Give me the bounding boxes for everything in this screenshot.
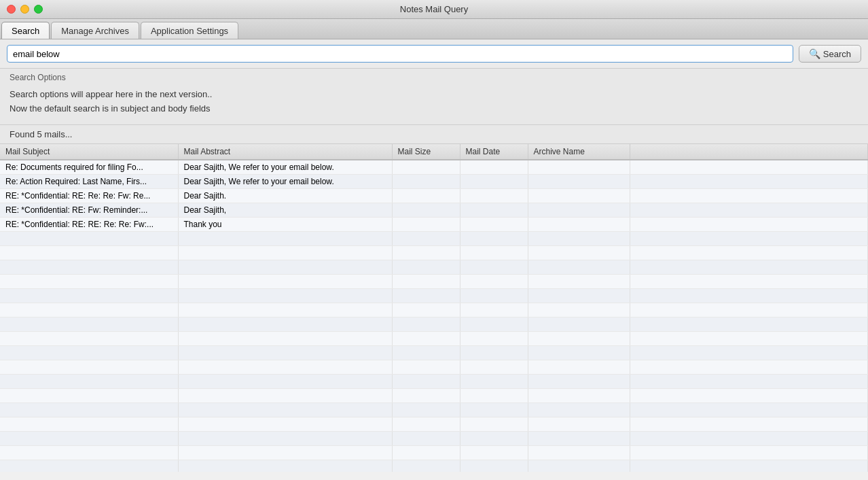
cell-subject-empty: [0, 417, 178, 431]
cell-subject: RE: *Confidential: RE: RE: Re: Re: Fw:..…: [0, 217, 178, 231]
cell-date-empty: [460, 417, 528, 431]
cell-abstract-empty: [178, 460, 392, 472]
cell-subject-empty: [0, 402, 178, 417]
cell-date-empty: [460, 317, 528, 331]
col-header-size: Mail Size: [392, 144, 460, 160]
main-content: 🔍 Search Search Options Search options w…: [0, 39, 868, 480]
cell-subject-empty: [0, 260, 178, 274]
table-row-empty: [0, 360, 868, 374]
cell-abstract-empty: [178, 360, 392, 374]
cell-archive-empty: [528, 388, 630, 402]
cell-abstract-empty: [178, 374, 392, 388]
table-row[interactable]: Re: Action Required: Last Name, Firs... …: [0, 174, 868, 188]
cell-size-empty: [392, 402, 460, 417]
cell-archive-empty: [528, 274, 630, 288]
table-row-empty: [0, 317, 868, 331]
cell-abstract: Dear Sajith.: [178, 188, 392, 203]
cell-archive-empty: [528, 431, 630, 445]
cell-size-empty: [392, 231, 460, 245]
cell-date-empty: [460, 431, 528, 445]
cell-extra-empty: [630, 417, 868, 431]
title-bar: Notes Mail Query: [0, 0, 868, 19]
minimize-button[interactable]: [20, 5, 29, 14]
search-input[interactable]: [7, 45, 793, 63]
search-button[interactable]: 🔍 Search: [799, 45, 861, 63]
cell-subject: RE: *Confidential: RE: Re: Re: Fw: Re...: [0, 188, 178, 203]
cell-date-empty: [460, 331, 528, 345]
cell-abstract-empty: [178, 431, 392, 445]
search-icon: 🔍: [809, 48, 820, 59]
table-row-empty: [0, 303, 868, 317]
cell-extra-empty: [630, 431, 868, 445]
cell-archive-empty: [528, 417, 630, 431]
cell-date-empty: [460, 360, 528, 374]
close-button[interactable]: [7, 5, 16, 14]
cell-extra: [630, 160, 868, 175]
cell-extra-empty: [630, 445, 868, 460]
cell-size-empty: [392, 445, 460, 460]
cell-extra-empty: [630, 402, 868, 417]
table-row-empty: [0, 245, 868, 260]
tab-application-settings[interactable]: Application Settings: [141, 22, 238, 39]
cell-date-empty: [460, 388, 528, 402]
cell-abstract-empty: [178, 402, 392, 417]
cell-archive-empty: [528, 245, 630, 260]
cell-size-empty: [392, 288, 460, 303]
cell-archive-empty: [528, 460, 630, 472]
cell-archive-empty: [528, 303, 630, 317]
cell-date-empty: [460, 374, 528, 388]
cell-date-empty: [460, 231, 528, 245]
cell-archive-empty: [528, 231, 630, 245]
cell-date-empty: [460, 274, 528, 288]
table-row-empty: [0, 374, 868, 388]
cell-archive: [528, 174, 630, 188]
table-row-empty: [0, 288, 868, 303]
results-table-container[interactable]: Mail Subject Mail Abstract Mail Size Mai…: [0, 144, 868, 472]
table-row[interactable]: RE: *Confidential: RE: Re: Re: Fw: Re...…: [0, 188, 868, 203]
cell-archive: [528, 203, 630, 217]
cell-extra: [630, 217, 868, 231]
cell-size-empty: [392, 460, 460, 472]
cell-date-empty: [460, 402, 528, 417]
window-title: Notes Mail Query: [400, 4, 468, 14]
cell-archive-empty: [528, 260, 630, 274]
cell-subject-empty: [0, 317, 178, 331]
cell-archive-empty: [528, 288, 630, 303]
cell-date: [460, 203, 528, 217]
table-row-empty: [0, 445, 868, 460]
col-header-abstract: Mail Abstract: [178, 144, 392, 160]
table-row-empty: [0, 431, 868, 445]
cell-date-empty: [460, 288, 528, 303]
table-row-empty: [0, 388, 868, 402]
cell-abstract-empty: [178, 303, 392, 317]
cell-size-empty: [392, 260, 460, 274]
cell-extra-empty: [630, 303, 868, 317]
cell-abstract-empty: [178, 417, 392, 431]
cell-size-empty: [392, 331, 460, 345]
cell-subject-empty: [0, 288, 178, 303]
cell-subject-empty: [0, 345, 178, 360]
cell-size-empty: [392, 360, 460, 374]
maximize-button[interactable]: [34, 5, 43, 14]
tab-manage-archives[interactable]: Manage Archives: [51, 22, 139, 39]
cell-abstract-empty: [178, 317, 392, 331]
cell-size: [392, 160, 460, 175]
table-row[interactable]: RE: *Confidential: RE: RE: Re: Re: Fw:..…: [0, 217, 868, 231]
cell-extra: [630, 174, 868, 188]
cell-archive-empty: [528, 360, 630, 374]
found-mails-bar: Found 5 mails...: [0, 125, 868, 144]
cell-date-empty: [460, 245, 528, 260]
col-header-archive: Archive Name: [528, 144, 630, 160]
cell-date: [460, 174, 528, 188]
col-header-date: Mail Date: [460, 144, 528, 160]
cell-subject-empty: [0, 245, 178, 260]
cell-extra-empty: [630, 317, 868, 331]
cell-extra-empty: [630, 245, 868, 260]
tab-search[interactable]: Search: [1, 22, 50, 39]
cell-abstract-empty: [178, 331, 392, 345]
cell-subject-empty: [0, 445, 178, 460]
table-row[interactable]: Re: Documents required for filing Fo... …: [0, 160, 868, 175]
table-row[interactable]: RE: *Confidential: RE: Fw: Reminder:... …: [0, 203, 868, 217]
cell-extra-empty: [630, 345, 868, 360]
table-row-empty: [0, 331, 868, 345]
